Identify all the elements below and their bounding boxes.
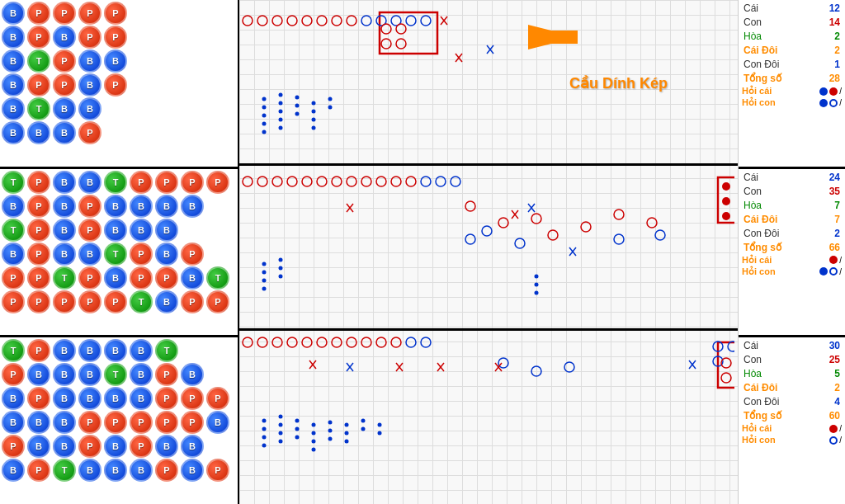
ball: P [181,411,204,434]
slash-1: / [839,87,842,96]
ball: P [155,411,178,434]
stat-cai-1: Cái 12 [742,2,842,15]
ball: B [104,435,127,458]
ball: T [53,266,76,290]
stat-value-tongso-3: 60 [829,410,840,422]
stat-label-caidoi-1: Cái Đôi [744,45,777,56]
ball: B [2,387,25,410]
ball: B [53,171,76,194]
ball: P [27,339,50,362]
ball: P [104,26,127,49]
ball: T [53,459,76,482]
stats-section-2: Cái 24 Con 35 Hòa 7 Cái Đôi 7 Con Đôi 2 … [739,169,845,338]
ball: P [27,195,50,218]
ball: B [2,195,25,218]
stat-con-2: Con 35 [742,185,842,198]
circle-blue-3 [819,267,828,276]
stat-value-cai-3: 30 [829,340,840,351]
stat-value-caidoi-1: 2 [834,45,840,56]
ball: P [206,459,229,482]
ball: B [78,97,101,120]
ball: B [155,243,178,266]
ball: T [130,290,153,313]
ball: B [181,363,204,386]
ball: P [53,290,76,313]
stat-value-hoa-3: 5 [834,368,840,379]
ball: P [104,290,127,313]
ball: B [53,387,76,410]
ball: P [206,171,229,194]
stat-value-cai-2: 24 [829,172,840,183]
circle-outline-2 [829,267,838,276]
ball: B [78,243,101,266]
hoi-cai-circles-2: / [829,256,842,265]
ball: B [53,339,76,362]
ball: P [27,26,50,49]
hoi-cai-3: Hỏi cái / [742,423,842,434]
ball: P [2,363,25,386]
stat-value-hoa-1: 2 [834,31,840,42]
stat-label-tongso-3: Tổng số [744,410,781,422]
stat-caidoi-3: Cái Đôi 2 [742,381,842,394]
section-1: B P P P P B P B P P B T P B B [0,0,238,169]
stat-condoi-3: Con Đôi 4 [742,395,842,408]
slash-6: / [839,436,842,445]
circle-blue-1 [819,87,828,96]
ball: P [27,459,50,482]
ball: B [104,387,127,410]
ball-grid-3: T P B B B B T P B B B T B P B B P [2,339,236,482]
hoi-con-label-3: Hỏi con [742,435,776,445]
ball: P [78,411,101,434]
stat-value-tongso-2: 66 [829,242,840,253]
hoi-con-3: Hỏi con / [742,435,842,445]
stat-cai-2: Cái 24 [742,171,842,184]
stat-caidoi-1: Cái Đôi 2 [742,44,842,57]
hoi-cai-circles-3: / [829,424,842,433]
ball: T [27,97,50,120]
ball: B [2,459,25,482]
left-panel: B P P P P B P B P P B T P B B [0,0,239,504]
ball: P [104,73,127,97]
stat-label-con-2: Con [744,186,762,197]
ball-grid-2: T P B B T P P P P B P B P B B B B T [2,171,236,313]
ball: P [78,290,101,313]
stat-value-caidoi-3: 2 [834,382,840,393]
hoi-cai-label-3: Hỏi cái [742,423,772,434]
ball: B [155,195,178,218]
ball: P [27,219,50,242]
divider-1 [239,163,738,166]
ball: P [78,435,101,458]
ball: T [2,219,25,242]
ball: T [104,171,127,194]
ball: P [104,411,127,434]
stat-value-con-3: 25 [829,354,840,365]
hoi-cai-2: Hỏi cái / [742,255,842,266]
ball: T [155,339,178,362]
ball: B [2,121,25,144]
ball: B [181,459,204,482]
ball: B [130,459,153,482]
ball: P [78,219,101,242]
ball: T [206,266,229,290]
stat-label-con-1: Con [744,16,762,28]
stat-value-caidoi-2: 7 [834,214,840,225]
stat-caidoi-2: Cái Đôi 7 [742,213,842,226]
ball: P [27,171,50,194]
stat-value-condoi-3: 4 [834,396,840,407]
ball: P [78,26,101,49]
ball: P [27,266,50,290]
circle-red-1 [829,87,838,96]
ball: B [155,435,178,458]
ball: P [78,266,101,290]
stat-tongso-3: Tổng số 60 [742,409,842,422]
stat-value-hoa-2: 7 [834,200,840,211]
ball: B [53,219,76,242]
stat-condoi-1: Con Đôi 1 [742,58,842,71]
ball-grid-1: B P P P P B P B P P B T P B B [2,2,236,144]
ball: B [53,195,76,218]
ball: P [2,266,25,290]
stat-label-cai-3: Cái [744,340,758,351]
stat-tongso-1: Tổng số 28 [742,72,842,85]
stat-label-caidoi-2: Cái Đôi [744,214,777,225]
ball: P [53,73,76,97]
